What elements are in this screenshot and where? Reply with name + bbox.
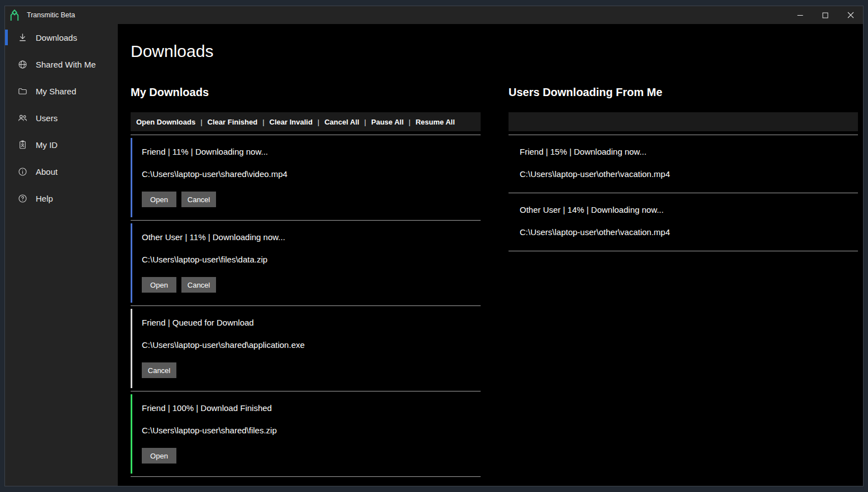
item-button-row: Cancel	[142, 362, 481, 378]
folder-icon	[17, 85, 28, 97]
sidebar-item-label: About	[36, 167, 57, 176]
sidebar-item-label: My ID	[36, 140, 57, 150]
sidebar-item-help[interactable]: Help	[5, 185, 118, 212]
cancel-button[interactable]: Cancel	[142, 362, 176, 378]
app-window: Transmitic Beta Downloads Shared With Me…	[4, 6, 864, 486]
item-status-line: Friend | 100% | Download Finished	[142, 403, 481, 414]
page-title: Downloads	[131, 42, 863, 61]
help-icon	[17, 193, 28, 204]
sidebar-item-label: Help	[36, 194, 53, 203]
id-badge-icon	[17, 139, 28, 150]
close-button[interactable]	[838, 6, 863, 24]
sidebar-item-downloads[interactable]: Downloads	[5, 24, 118, 51]
list-separator	[131, 476, 481, 477]
sidebar-item-my-shared[interactable]: My Shared	[5, 78, 118, 104]
titlebar: Transmitic Beta	[5, 6, 863, 24]
download-item: Friend | 11% | Downloading now...C:\User…	[131, 135, 481, 220]
item-button-row: Open	[142, 448, 481, 464]
main-content: Downloads My Downloads Open Downloads|Cl…	[118, 24, 863, 486]
sidebar-item-label: Downloads	[36, 33, 77, 42]
toolbar-link-clear-finished[interactable]: Clear Finished	[208, 118, 258, 126]
sidebar-item-label: My Shared	[36, 87, 76, 96]
open-button[interactable]: Open	[142, 277, 176, 293]
minimize-button[interactable]	[788, 6, 813, 24]
transmitic-logo-icon	[9, 9, 20, 22]
download-icon	[17, 32, 28, 43]
list-separator	[509, 251, 858, 251]
sidebar-item-users[interactable]: Users	[5, 104, 118, 131]
toolbar-link-clear-invalid[interactable]: Clear Invalid	[270, 118, 313, 126]
item-file-path: C:\Users\laptop-user\other\vacation.mp4	[520, 169, 858, 180]
cancel-button[interactable]: Cancel	[181, 192, 216, 207]
toolbar-link-pause-all[interactable]: Pause All	[371, 118, 404, 126]
my-downloads-list: Friend | 11% | Downloading now...C:\User…	[131, 135, 481, 477]
sidebar-item-label: Users	[36, 113, 57, 123]
item-status-line: Other User | 11% | Downloading now...	[142, 232, 481, 243]
item-status-line: Friend | 15% | Downloading now...	[520, 146, 858, 157]
maximize-button[interactable]	[813, 6, 838, 24]
toolbar-link-cancel-all[interactable]: Cancel All	[324, 118, 359, 126]
sidebar-item-my-id[interactable]: My ID	[5, 131, 118, 158]
toolbar-link-resume-all[interactable]: Resume All	[415, 118, 454, 126]
sidebar-item-label: Shared With Me	[36, 60, 96, 69]
download-item: Friend | Queued for DownloadC:\Users\lap…	[131, 306, 481, 391]
info-icon	[17, 166, 28, 177]
toolbar-separator: |	[409, 118, 410, 126]
users-downloading-list: Friend | 15% | Downloading now...C:\User…	[509, 135, 858, 251]
open-button[interactable]: Open	[142, 192, 176, 207]
cancel-button[interactable]: Cancel	[181, 277, 216, 293]
my-downloads-section: My Downloads Open Downloads|Clear Finish…	[131, 85, 481, 477]
sidebar-item-about[interactable]: About	[5, 158, 118, 185]
upload-item: Other User | 14% | Downloading now...C:\…	[509, 193, 858, 251]
item-file-path: C:\Users\laptop-user\shared\video.mp4	[142, 169, 481, 180]
upload-item: Friend | 15% | Downloading now...C:\User…	[509, 135, 858, 193]
toolbar-separator: |	[200, 118, 202, 126]
item-status-line: Other User | 14% | Downloading now...	[520, 204, 858, 216]
item-file-path: C:\Users\laptop-user\files\data.zip	[142, 254, 481, 265]
desktop-background: { "window": { "title": "Transmitic Beta"…	[0, 0, 868, 492]
item-status-line: Friend | 11% | Downloading now...	[142, 146, 481, 157]
users-icon	[17, 112, 28, 123]
open-button[interactable]: Open	[142, 448, 176, 464]
toolbar-separator: |	[365, 118, 366, 126]
globe-icon	[17, 59, 28, 70]
my-downloads-heading: My Downloads	[131, 85, 481, 99]
item-button-row: OpenCancel	[142, 192, 481, 207]
download-item: Friend | 100% | Download FinishedC:\User…	[131, 391, 481, 476]
toolbar-separator: |	[318, 118, 319, 126]
window-title: Transmitic Beta	[27, 11, 75, 19]
users-downloading-toolbar-empty	[509, 112, 858, 131]
toolbar-separator: |	[262, 118, 264, 126]
sidebar-item-shared-with-me[interactable]: Shared With Me	[5, 51, 118, 78]
toolbar-link-open-downloads[interactable]: Open Downloads	[136, 118, 195, 126]
downloads-toolbar: Open Downloads|Clear Finished|Clear Inva…	[131, 112, 481, 131]
app-body: Downloads Shared With Me My Shared Users…	[5, 24, 863, 486]
users-downloading-heading: Users Downloading From Me	[509, 85, 858, 99]
item-button-row: OpenCancel	[142, 277, 481, 293]
item-file-path: C:\Users\laptop-user\shared\files.zip	[142, 425, 481, 436]
window-controls	[788, 6, 863, 24]
users-downloading-section: Users Downloading From Me Friend | 15% |…	[509, 85, 858, 477]
sidebar-nav: Downloads Shared With Me My Shared Users…	[5, 24, 118, 486]
item-file-path: C:\Users\laptop-user\other\vacation.mp4	[520, 227, 858, 238]
download-item: Other User | 11% | Downloading now...C:\…	[131, 221, 481, 305]
item-status-line: Friend | Queued for Download	[142, 317, 481, 328]
columns: My Downloads Open Downloads|Clear Finish…	[131, 85, 863, 477]
item-file-path: C:\Users\laptop-user\shared\application.…	[142, 340, 481, 351]
